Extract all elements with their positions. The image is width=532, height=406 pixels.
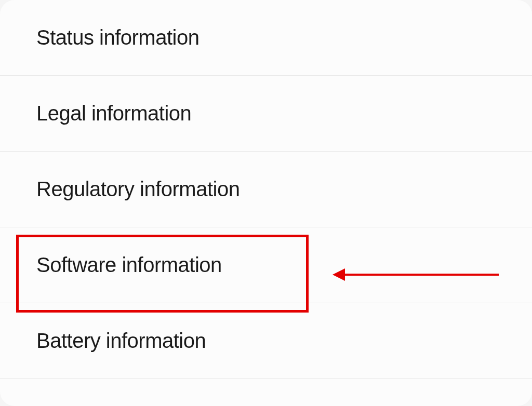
- settings-list: Status information Legal information Reg…: [0, 0, 532, 406]
- list-item-label: Legal information: [36, 102, 191, 125]
- list-item-label: Software information: [36, 253, 222, 276]
- list-item-legal-information[interactable]: Legal information: [0, 76, 532, 152]
- list-item-battery-information[interactable]: Battery information: [0, 303, 532, 379]
- list-item-label: Regulatory information: [36, 178, 240, 200]
- list-item-status-information[interactable]: Status information: [0, 0, 532, 76]
- list-item-regulatory-information[interactable]: Regulatory information: [0, 152, 532, 227]
- list-item-software-information[interactable]: Software information: [0, 227, 532, 303]
- list-item-label: Status information: [36, 26, 199, 49]
- list-item-label: Battery information: [36, 329, 206, 352]
